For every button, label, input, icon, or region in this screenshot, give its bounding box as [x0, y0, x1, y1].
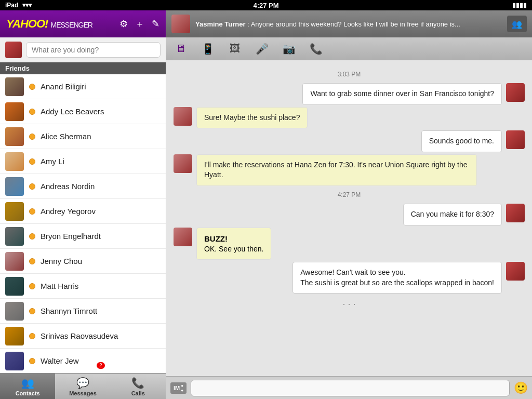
message-row: Awesome! Can't wait to see you. The sush…	[174, 262, 525, 294]
left-panel: YAHOO! MESSENGER ⚙ ＋ ✎ Friends Anand Bil…	[0, 10, 166, 399]
message-bubble: Awesome! Can't wait to see you. The sush…	[292, 262, 502, 294]
message-row: Sure! Maybe the sushi place?	[174, 107, 525, 129]
status-dot-matt	[29, 283, 35, 289]
friend-name-andreas: Andreas Nordin	[41, 182, 95, 191]
battery-icon: ▮▮▮▮	[512, 2, 527, 9]
message-bubble: BUZZ! OK. See you then.	[196, 228, 271, 260]
status-dot-andreas	[29, 183, 35, 190]
friend-avatar-walter	[5, 352, 24, 370]
status-dot-andrey	[29, 208, 35, 215]
status-dot-jenny	[29, 258, 35, 264]
friend-avatar-matt	[5, 277, 24, 296]
friend-item-matt[interactable]: Matt Harris	[0, 274, 166, 299]
search-bar	[0, 37, 166, 62]
contacts-icon-btn[interactable]: 👥	[507, 16, 527, 32]
main-container: YAHOO! MESSENGER ⚙ ＋ ✎ Friends Anand Bil…	[0, 10, 532, 399]
toolbar-monitor-icon[interactable]: 🖥	[172, 41, 189, 57]
tab-icon-calls: 📞	[131, 377, 144, 389]
friend-avatar-amy	[5, 152, 24, 171]
buzz-label: BUZZ!	[204, 233, 263, 244]
tab-calls[interactable]: 📞 Calls	[111, 374, 166, 399]
yahoo-header-right: ⚙ ＋ ✎	[119, 18, 159, 30]
status-dot-alice	[29, 134, 35, 140]
friend-name-srinivas: Srinivas Raovasudeva	[41, 331, 118, 340]
toolbar-mic-icon[interactable]: 🎤	[254, 41, 270, 57]
message-bubble: Want to grab some dinner over in San Fra…	[302, 83, 502, 105]
chat-contact-avatar	[171, 15, 190, 33]
friend-item-jenny[interactable]: Jenny Chou	[0, 249, 166, 274]
status-dot-amy	[29, 158, 35, 165]
message-bubble: Sounds good to me.	[421, 130, 502, 152]
friend-item-shannyn[interactable]: Shannyn Timrott	[0, 299, 166, 324]
message-bubble: Can you make it for 8:30?	[403, 204, 502, 225]
message-row: BUZZ! OK. See you then.	[174, 228, 525, 260]
settings-icon[interactable]: ⚙	[119, 18, 128, 30]
tab-badge-messages: 2	[97, 362, 105, 369]
status-dot-srinivas	[29, 333, 35, 339]
friend-name-shannyn: Shannyn Timrott	[41, 307, 97, 315]
friend-item-amy[interactable]: Amy Li	[0, 149, 166, 174]
yahoo-text: YAHOO!	[6, 17, 48, 30]
chat-header-preview: : Anyone around this weekend? Looks like…	[246, 20, 460, 28]
tab-icon-contacts: 👥	[21, 377, 34, 389]
friend-name-bryon: Bryon Engelhardt	[41, 232, 101, 241]
message-avatar	[506, 262, 525, 281]
friend-item-andreas[interactable]: Andreas Nordin	[0, 174, 166, 199]
status-time: 4:27 PM	[253, 2, 278, 9]
chat-input-area: IM ●● 🙂	[166, 376, 532, 399]
compose-icon[interactable]: ✎	[152, 18, 159, 30]
friend-name-anand: Anand Biligiri	[41, 82, 86, 91]
status-left: iPad ▾▾▾	[5, 2, 32, 9]
tab-messages[interactable]: 💬 2 Messages	[55, 374, 110, 399]
friend-name-alice: Alice Sherman	[41, 132, 91, 141]
friend-item-alice[interactable]: Alice Sherman	[0, 124, 166, 149]
message-line-2: The sushi is great but so are the scallo…	[300, 278, 494, 288]
toolbar-image-icon[interactable]: 🖼	[227, 41, 243, 57]
status-dot-shannyn	[29, 308, 35, 314]
friend-item-andrey[interactable]: Andrey Yegorov	[0, 199, 166, 224]
emoji-button[interactable]: 🙂	[514, 381, 528, 395]
tab-icon-messages: 💬	[76, 377, 89, 389]
message-avatar	[506, 204, 525, 222]
toolbar-camera-icon[interactable]: 📷	[281, 41, 297, 57]
status-bar: iPad ▾▾▾ 4:27 PM ▮▮▮▮	[0, 0, 532, 10]
contacts-list-icon: 👥	[512, 19, 522, 29]
buzz-message-text: OK. See you then.	[204, 244, 263, 255]
friends-label: Friends	[0, 62, 166, 74]
friend-item-bryon[interactable]: Bryon Engelhardt	[0, 224, 166, 249]
friend-item-addy[interactable]: Addy Lee Beavers	[0, 99, 166, 124]
status-dot-addy	[29, 109, 35, 115]
chat-input[interactable]	[191, 380, 510, 396]
friend-avatar-alice	[5, 127, 24, 146]
friend-item-anand[interactable]: Anand Biligiri	[0, 74, 166, 99]
right-panel: Yasmine Turner : Anyone around this week…	[166, 10, 532, 399]
status-dot-walter	[29, 358, 35, 364]
status-right: ▮▮▮▮	[512, 2, 527, 9]
friend-name-amy: Amy Li	[41, 157, 64, 166]
message-bubble: Sure! Maybe the sushi place?	[196, 107, 308, 129]
message-row: Sounds good to me.	[174, 130, 525, 152]
messenger-text: MESSENGER	[51, 21, 92, 29]
friend-name-addy: Addy Lee Beavers	[41, 107, 104, 116]
friend-name-matt: Matt Harris	[41, 282, 78, 290]
status-dot-bryon	[29, 233, 35, 240]
time-divider-1: 3:03 PM	[174, 71, 525, 78]
tab-contacts[interactable]: 👥 Contacts	[0, 374, 55, 399]
chat-header-text: Yasmine Turner : Anyone around this week…	[195, 20, 502, 28]
friend-avatar-andreas	[5, 177, 24, 196]
friend-avatar-addy	[5, 102, 24, 121]
chat-contact-name: Yasmine Turner	[195, 20, 246, 28]
toolbar-mobile-icon[interactable]: 📱	[200, 41, 216, 57]
friend-item-srinivas[interactable]: Srinivas Raovasudeva	[0, 324, 166, 349]
message-line-1: Awesome! Can't wait to see you.	[300, 268, 494, 278]
search-input[interactable]	[26, 42, 161, 58]
chat-header: Yasmine Turner : Anyone around this week…	[166, 10, 532, 37]
status-dot-anand	[29, 84, 35, 90]
toolbar-phone-icon[interactable]: 📞	[308, 41, 324, 57]
tab-bar: 👥 Contacts 💬 2 Messages 📞 Calls	[0, 373, 166, 399]
add-icon[interactable]: ＋	[135, 18, 144, 30]
im-label: IM ●●	[170, 382, 187, 394]
message-row: Can you make it for 8:30?	[174, 204, 525, 225]
friend-item-walter[interactable]: Walter Jew	[0, 349, 166, 373]
friend-avatar-srinivas	[5, 327, 24, 345]
